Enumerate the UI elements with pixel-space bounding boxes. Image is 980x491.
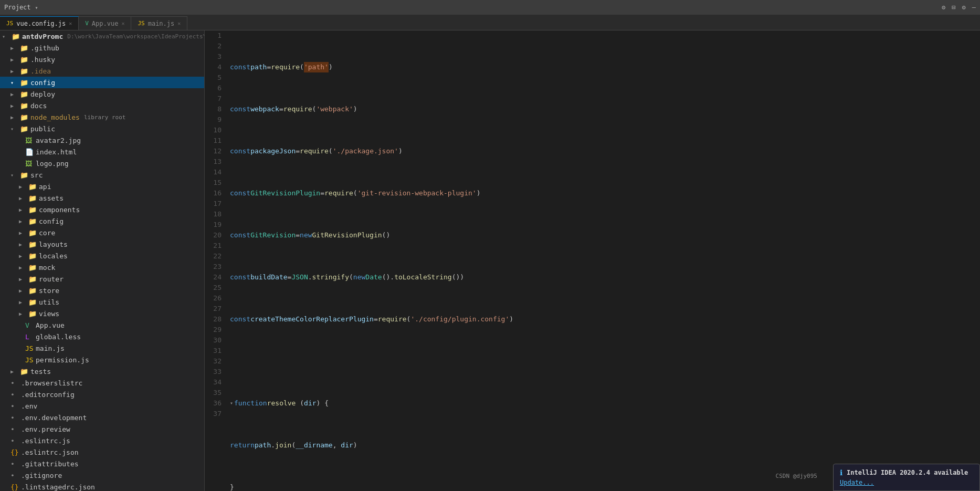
github-label: .github [30, 44, 59, 52]
sidebar-item-permission-js[interactable]: JS permission.js [0, 354, 204, 365]
sidebar-item-src[interactable]: ▾ 📁 src [0, 169, 204, 181]
minimize-icon[interactable]: — [972, 4, 976, 11]
sidebar-item-config-root[interactable]: ▾ 📁 config [0, 77, 204, 88]
code-line-3: const packageJson = require('./package.j… [230, 146, 976, 156]
sidebar-item-gitattributes[interactable]: • .gitattributes [0, 458, 204, 469]
sidebar-item-store[interactable]: ▶ 📁 store [0, 285, 204, 296]
src-config-label: config [39, 217, 64, 225]
sidebar-item-public[interactable]: ▾ 📁 public [0, 123, 204, 134]
sidebar-item-router[interactable]: ▶ 📁 router [0, 273, 204, 285]
layouts-label: layouts [39, 241, 68, 248]
sidebar-item-eslintrc-json[interactable]: {} .eslintrc.json [0, 446, 204, 458]
eslintrc-js-label: .eslintrc.js [21, 437, 70, 445]
root-folder-icon: 📁 [12, 33, 20, 40]
root-path: D:\work\JavaTeam\workspace\IdeaProjects\… [67, 33, 205, 40]
code-container[interactable]: 12345 678910 1112131415 1617181920 21222… [205, 30, 980, 491]
notification-title: IntelliJ IDEA 2020.2.4 available [847, 469, 968, 476]
sidebar-item-main-js[interactable]: JS main.js [0, 342, 204, 354]
code-line-8 [230, 356, 976, 367]
root-arrow: ▾ [2, 34, 9, 39]
sidebar-item-gitignore[interactable]: • .gitignore [0, 469, 204, 481]
sidebar-item-assets[interactable]: ▶ 📁 assets [0, 192, 204, 204]
code-line-1: const path = require('path') [230, 62, 976, 72]
sidebar-item-husky[interactable]: ▶ 📁 .husky [0, 54, 204, 65]
core-label: core [39, 229, 55, 237]
idea-label: .idea [30, 67, 51, 75]
tab-close-vue-config[interactable]: ✕ [69, 20, 72, 26]
config-root-label: config [30, 79, 55, 87]
notification-update-text[interactable]: Update... [840, 479, 874, 486]
sidebar-item-core[interactable]: ▶ 📁 core [0, 227, 204, 238]
sidebar-item-components[interactable]: ▶ 📁 components [0, 204, 204, 215]
store-label: store [39, 287, 59, 295]
sidebar-item-env-preview[interactable]: • .env.preview [0, 423, 204, 435]
tab-close-main-js[interactable]: ✕ [177, 20, 181, 26]
tab-main-js[interactable]: JS main.js ✕ [131, 16, 187, 30]
library-root-label: library root [84, 114, 125, 121]
editor-area: 12345 678910 1112131415 1617181920 21222… [205, 30, 980, 491]
layout-icon[interactable]: ⊟ [952, 4, 955, 11]
sidebar-item-editorconfig[interactable]: • .editorconfig [0, 389, 204, 400]
sidebar-item-logo[interactable]: 🖼 logo.png [0, 158, 204, 169]
gear-icon[interactable]: ⚙ [962, 4, 966, 11]
sidebar-item-idea[interactable]: ▶ 📁 .idea [0, 65, 204, 77]
api-label: api [39, 183, 51, 191]
sidebar-item-locales[interactable]: ▶ 📁 locales [0, 250, 204, 262]
tab-vue-config[interactable]: JS vue.config.js ✕ [0, 16, 79, 30]
env-label: .env [21, 402, 37, 410]
tab-icon-vue-config: JS [6, 20, 13, 27]
tab-close-app-vue[interactable]: ✕ [121, 20, 124, 26]
node-modules-label: node_modules [30, 113, 80, 121]
sidebar-item-eslintrc-js[interactable]: • .eslintrc.js [0, 435, 204, 446]
sidebar-item-browserslistrc[interactable]: • .browserslistrc [0, 377, 204, 389]
dropdown-icon[interactable]: ▾ [35, 5, 38, 11]
docs-label: docs [30, 102, 47, 110]
code-content: const path = require('path') const webpa… [226, 30, 980, 491]
sidebar-item-src-config[interactable]: ▶ 📁 config [0, 215, 204, 227]
mock-label: mock [39, 264, 55, 271]
code-line-5: const GitRevision = new GitRevisionPlugi… [230, 230, 976, 241]
sidebar-item-node-modules[interactable]: ▶ 📁 node_modules library root [0, 111, 204, 123]
sidebar-item-env-dev[interactable]: • .env.development [0, 412, 204, 423]
notification-update-link[interactable]: Update... [840, 479, 973, 486]
gitattributes-label: .gitattributes [21, 460, 79, 468]
src-label: src [30, 171, 43, 179]
settings-icon[interactable]: ⚙ [942, 4, 945, 11]
app-vue-label: App.vue [36, 321, 65, 329]
sidebar-item-mock[interactable]: ▶ 📁 mock [0, 262, 204, 273]
main-js-label: main.js [36, 344, 65, 352]
sidebar-item-utils[interactable]: ▶ 📁 utils [0, 296, 204, 308]
tab-app-vue[interactable]: V App.vue ✕ [79, 16, 131, 30]
sidebar-item-lintstagedrc[interactable]: {} .lintstagedrc.json [0, 481, 204, 491]
public-label: public [30, 125, 55, 133]
sidebar[interactable]: ▾ 📁 antdvPromc D:\work\JavaTeam\workspac… [0, 30, 205, 491]
components-label: components [39, 206, 80, 214]
sidebar-item-layouts[interactable]: ▶ 📁 layouts [0, 238, 204, 250]
sidebar-item-github[interactable]: ▶ 📁 .github [0, 42, 204, 54]
notification-info-icon: ℹ [840, 468, 842, 477]
csdn-badge: CSDN @djy095 [776, 473, 817, 479]
router-label: router [39, 275, 64, 283]
sidebar-item-api[interactable]: ▶ 📁 api [0, 181, 204, 192]
sidebar-item-env[interactable]: • .env [0, 400, 204, 412]
sidebar-item-tests[interactable]: ▶ 📁 tests [0, 365, 204, 377]
code-line-6: const buildDate = JSON.stringify(new Dat… [230, 272, 976, 283]
permission-js-label: permission.js [36, 356, 89, 364]
sidebar-item-docs[interactable]: ▶ 📁 docs [0, 100, 204, 111]
sidebar-item-app-vue[interactable]: V App.vue [0, 319, 204, 331]
sidebar-item-deploy[interactable]: ▶ 📁 deploy [0, 88, 204, 100]
sidebar-item-views[interactable]: ▶ 📁 views [0, 308, 204, 319]
line-numbers: 12345 678910 1112131415 1617181920 21222… [205, 30, 226, 491]
project-label[interactable]: Project [4, 4, 31, 11]
main-layout: ▾ 📁 antdvPromc D:\work\JavaTeam\workspac… [0, 30, 980, 491]
sidebar-item-indexhtml[interactable]: 📄 index.html [0, 146, 204, 158]
tree-root[interactable]: ▾ 📁 antdvPromc D:\work\JavaTeam\workspac… [0, 30, 204, 42]
csdn-label: CSDN @djy095 [776, 473, 817, 479]
code-line-7: const createThemeColorReplacerPlugin = r… [230, 314, 976, 325]
editorconfig-label: .editorconfig [21, 391, 75, 399]
env-dev-label: .env.development [21, 414, 87, 422]
sidebar-item-avatar[interactable]: 🖼 avatar2.jpg [0, 134, 204, 146]
sidebar-item-global-less[interactable]: L global.less [0, 331, 204, 342]
tab-icon-app-vue: V [85, 20, 89, 27]
notification-popup: ℹ IntelliJ IDEA 2020.2.4 available Updat… [833, 464, 980, 491]
